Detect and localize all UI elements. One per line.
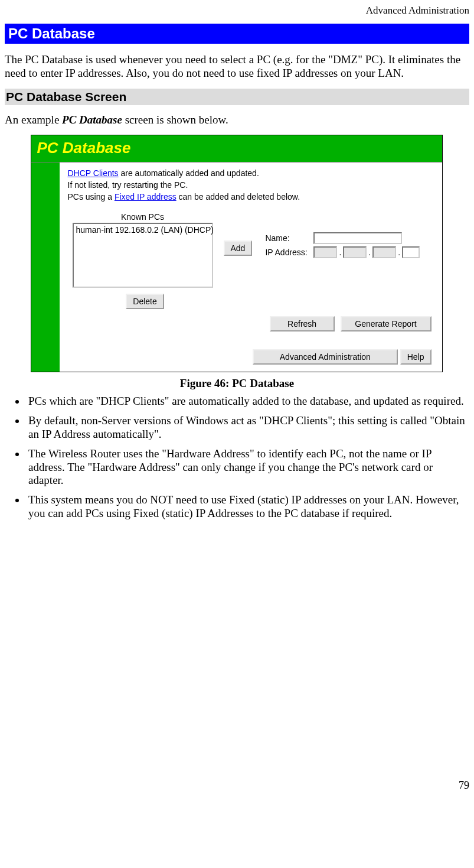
bullet-list: PCs which are "DHCP Clients" are automat… (5, 395, 469, 520)
info-line-1: DHCP Clients are automatically added and… (68, 168, 434, 178)
info-line-1-rest: are automatically added and updated. (119, 168, 259, 178)
example-prefix: An example (5, 113, 62, 126)
list-item[interactable]: human-int 192.168.0.2 (LAN) (DHCP) (76, 225, 210, 235)
fixed-ip-link[interactable]: Fixed IP address (115, 192, 176, 201)
example-bold: PC Database (62, 113, 122, 126)
ip-octet-2[interactable] (343, 246, 367, 258)
info-line-2: If not listed, try restarting the PC. (68, 180, 434, 190)
header-breadcrumb: Advanced Administration (5, 5, 469, 17)
info-line-3: PCs using a Fixed IP address can be adde… (68, 192, 434, 201)
name-label: Name: (265, 233, 313, 243)
ip-dot: . (368, 248, 371, 257)
delete-button[interactable]: Delete (126, 294, 164, 309)
dhcp-clients-link[interactable]: DHCP Clients (68, 168, 119, 178)
ip-dot: . (398, 248, 400, 257)
ip-dot: . (339, 248, 341, 257)
page-title: PC Database (5, 24, 469, 44)
ip-octet-1[interactable] (313, 246, 337, 258)
example-sentence: An example PC Database screen is shown b… (5, 113, 469, 127)
known-pcs-label: Known PCs (73, 212, 213, 222)
advanced-administration-button[interactable]: Advanced Administration (253, 349, 398, 365)
ip-octet-3[interactable] (372, 246, 396, 258)
list-item: The Wireless Router uses the "Hardware A… (26, 447, 469, 487)
screenshot-container: PC Database DHCP Clients are automatical… (31, 135, 443, 372)
list-item: PCs which are "DHCP Clients" are automat… (26, 395, 469, 408)
screenshot-title: PC Database (31, 135, 442, 162)
sidebar-green (31, 162, 60, 372)
section-heading: PC Database Screen (5, 89, 469, 105)
page-number: 79 (5, 779, 469, 792)
list-item: This system means you do NOT need to use… (26, 493, 469, 521)
info-line-3-prefix: PCs using a (68, 192, 115, 201)
info-line-3-suffix: can be added and deleted below. (176, 192, 300, 201)
add-button[interactable]: Add (224, 240, 253, 256)
example-suffix: screen is shown below. (122, 113, 228, 126)
generate-report-button[interactable]: Generate Report (341, 316, 431, 331)
refresh-button[interactable]: Refresh (270, 316, 335, 331)
name-input[interactable] (313, 232, 402, 244)
help-button[interactable]: Help (400, 349, 431, 365)
figure-caption: Figure 46: PC Database (31, 377, 444, 390)
ip-label: IP Address: (265, 248, 313, 257)
intro-paragraph: The PC Database is used whenever you nee… (5, 53, 469, 80)
ip-octet-4[interactable] (402, 246, 420, 258)
list-item: By default, non-Server versions of Windo… (26, 414, 469, 441)
known-pcs-listbox[interactable]: human-int 192.168.0.2 (LAN) (DHCP) (73, 223, 213, 288)
